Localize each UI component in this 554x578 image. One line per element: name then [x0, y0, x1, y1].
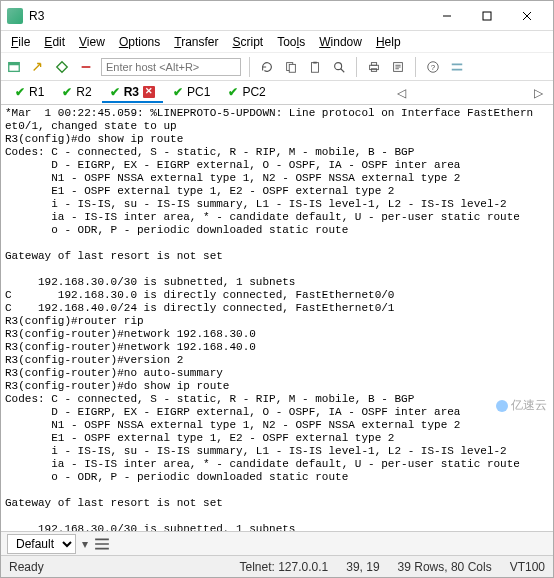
tab-pc1[interactable]: ✔PC1 — [165, 83, 218, 103]
help-icon[interactable]: ? — [424, 58, 442, 76]
terminal-line: R3(config-router)#version 2 — [5, 354, 549, 367]
options-icon[interactable] — [448, 58, 466, 76]
menu-tools[interactable]: Tools — [271, 33, 311, 51]
terminal-line — [5, 510, 549, 523]
watermark: 亿速云 — [494, 398, 549, 413]
terminal-line: C 192.168.30.0 is directly connected, Fa… — [5, 289, 549, 302]
watermark-icon — [496, 400, 508, 412]
check-icon: ✔ — [15, 85, 25, 99]
terminal-line: D - EIGRP, EX - EIGRP external, O - OSPF… — [5, 159, 549, 172]
tab-label: R1 — [29, 85, 44, 99]
svg-rect-6 — [313, 61, 317, 63]
tab-r2[interactable]: ✔R2 — [54, 83, 99, 103]
terminal-line: R3(config)#router rip — [5, 315, 549, 328]
terminal-line: 192.168.30.0/30 is subnetted, 1 subnets — [5, 523, 549, 531]
svg-rect-9 — [371, 62, 376, 65]
terminal-line: Gateway of last resort is not set — [5, 497, 549, 510]
terminal-line: ia - IS-IS inter area, * - candidate def… — [5, 211, 549, 224]
tab-pc2[interactable]: ✔PC2 — [220, 83, 273, 103]
tab-scroll-left-icon[interactable]: ◁ — [393, 86, 410, 100]
session-tabs: ✔R1 ✔R2 ✔R3✕ ✔PC1 ✔PC2 ◁ ▷ — [1, 81, 553, 105]
terminal-line: Codes: C - connected, S - static, R - RI… — [5, 393, 549, 406]
tab-label: PC2 — [242, 85, 265, 99]
menu-edit[interactable]: Edit — [38, 33, 71, 51]
copy-icon[interactable] — [282, 58, 300, 76]
terminal-line: D - EIGRP, EX - EIGRP external, O - OSPF… — [5, 406, 549, 419]
status-size: 39 Rows, 80 Cols — [398, 560, 492, 574]
burger-icon[interactable] — [94, 536, 110, 552]
svg-text:?: ? — [431, 62, 436, 71]
maximize-button[interactable] — [467, 2, 507, 30]
terminal-line: ia - IS-IS inter area, * - candidate def… — [5, 458, 549, 471]
host-input[interactable] — [101, 58, 241, 76]
svg-rect-4 — [289, 64, 295, 72]
profile-select[interactable]: Default — [7, 534, 76, 554]
reconnect-icon[interactable] — [258, 58, 276, 76]
bottom-toolbar: Default ▾ — [1, 531, 553, 555]
menu-bar: File Edit View Options Transfer Script T… — [1, 31, 553, 53]
terminal-line: i - IS-IS, su - IS-IS summary, L1 - IS-I… — [5, 445, 549, 458]
svg-rect-2 — [9, 62, 20, 65]
menu-options[interactable]: Options — [113, 33, 166, 51]
props-icon[interactable] — [389, 58, 407, 76]
terminal-line: R3(config-router)#no auto-summary — [5, 367, 549, 380]
menu-transfer[interactable]: Transfer — [168, 33, 224, 51]
svg-point-7 — [335, 62, 342, 69]
find-icon[interactable] — [330, 58, 348, 76]
check-icon: ✔ — [173, 85, 183, 99]
terminal-line: E1 - OSPF external type 1, E2 - OSPF ext… — [5, 185, 549, 198]
terminal-line: C 192.168.40.0/24 is directly connected,… — [5, 302, 549, 315]
print-icon[interactable] — [365, 58, 383, 76]
terminal-line: i - IS-IS, su - IS-IS summary, L1 - IS-I… — [5, 198, 549, 211]
terminal-line — [5, 484, 549, 497]
tab-scroll-right-icon[interactable]: ▷ — [530, 86, 547, 100]
check-icon: ✔ — [228, 85, 238, 99]
terminal-line: Gateway of last resort is not set — [5, 250, 549, 263]
tab-label: R2 — [76, 85, 91, 99]
terminal-line: R3(config-router)#do show ip route — [5, 380, 549, 393]
title-bar: R3 — [1, 1, 553, 31]
terminal-line: N1 - OSPF NSSA external type 1, N2 - OSP… — [5, 172, 549, 185]
svg-rect-15 — [452, 68, 463, 70]
check-icon: ✔ — [110, 85, 120, 99]
tab-label: R3 — [124, 85, 139, 99]
svg-rect-0 — [483, 12, 491, 20]
quick-connect-icon[interactable] — [29, 58, 47, 76]
terminal-line: E1 - OSPF external type 1, E2 - OSPF ext… — [5, 432, 549, 445]
terminal-line: Codes: C - connected, S - static, R - RI… — [5, 146, 549, 159]
paste-icon[interactable] — [306, 58, 324, 76]
chevron-down-icon[interactable]: ▾ — [82, 537, 88, 551]
separator — [415, 57, 416, 77]
minimize-button[interactable] — [427, 2, 467, 30]
tab-r3[interactable]: ✔R3✕ — [102, 83, 163, 103]
app-icon — [7, 8, 23, 24]
connect-icon[interactable] — [53, 58, 71, 76]
terminal-line: o - ODR, P - periodic downloaded static … — [5, 224, 549, 237]
separator — [356, 57, 357, 77]
terminal-line: o - ODR, P - periodic downloaded static … — [5, 471, 549, 484]
menu-window[interactable]: Window — [313, 33, 368, 51]
status-host: Telnet: 127.0.0.1 — [239, 560, 328, 574]
toolbar: ? — [1, 53, 553, 81]
svg-rect-14 — [452, 63, 463, 65]
menu-file[interactable]: File — [5, 33, 36, 51]
menu-view[interactable]: View — [73, 33, 111, 51]
status-cursor-pos: 39, 19 — [346, 560, 379, 574]
session-mgr-icon[interactable] — [5, 58, 23, 76]
close-tab-icon[interactable]: ✕ — [143, 86, 155, 98]
tab-r1[interactable]: ✔R1 — [7, 83, 52, 103]
terminal-line: N1 - OSPF NSSA external type 1, N2 - OSP… — [5, 419, 549, 432]
status-term: VT100 — [510, 560, 545, 574]
terminal-line: et0/1, changed state to up — [5, 120, 549, 133]
menu-help[interactable]: Help — [370, 33, 407, 51]
terminal-line — [5, 237, 549, 250]
terminal-line: *Mar 1 00:22:45.059: %LINEPROTO-5-UPDOWN… — [5, 107, 549, 120]
terminal-line: R3(config-router)#network 192.168.40.0 — [5, 341, 549, 354]
close-button[interactable] — [507, 2, 547, 30]
watermark-text: 亿速云 — [511, 398, 547, 412]
terminal-output[interactable]: *Mar 1 00:22:45.059: %LINEPROTO-5-UPDOWN… — [1, 105, 553, 531]
terminal-line: R3(config-router)#network 192.168.30.0 — [5, 328, 549, 341]
disconnect-icon[interactable] — [77, 58, 95, 76]
menu-script[interactable]: Script — [227, 33, 270, 51]
window-title: R3 — [29, 9, 427, 23]
